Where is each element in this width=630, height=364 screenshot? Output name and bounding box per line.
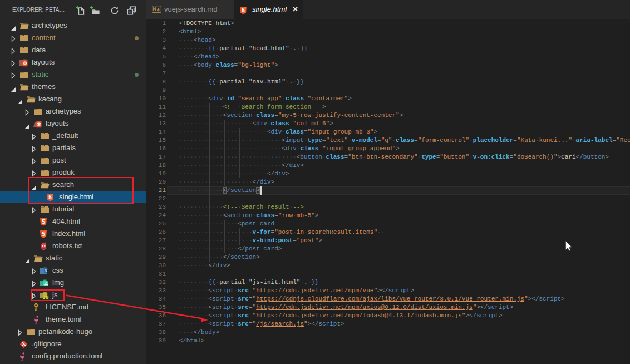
svg-text:3: 3: [45, 268, 47, 273]
svg-text:5: 5: [242, 7, 245, 13]
svg-text:5: 5: [42, 219, 45, 225]
svg-text:5: 5: [42, 231, 45, 237]
